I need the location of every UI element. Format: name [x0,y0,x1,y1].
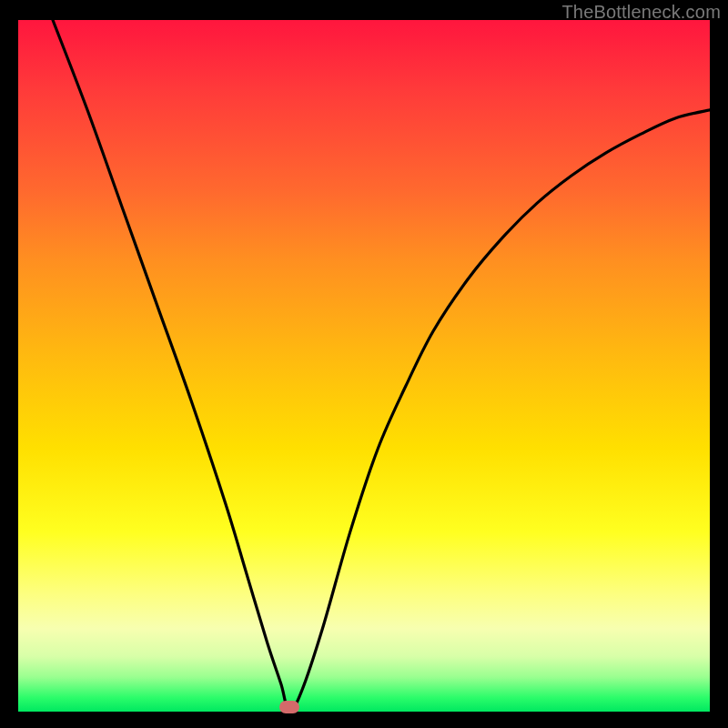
optimal-point-marker [279,701,299,713]
plot-area [18,20,710,712]
bottleneck-curve [18,20,710,712]
chart-frame: TheBottleneck.com [0,0,728,728]
